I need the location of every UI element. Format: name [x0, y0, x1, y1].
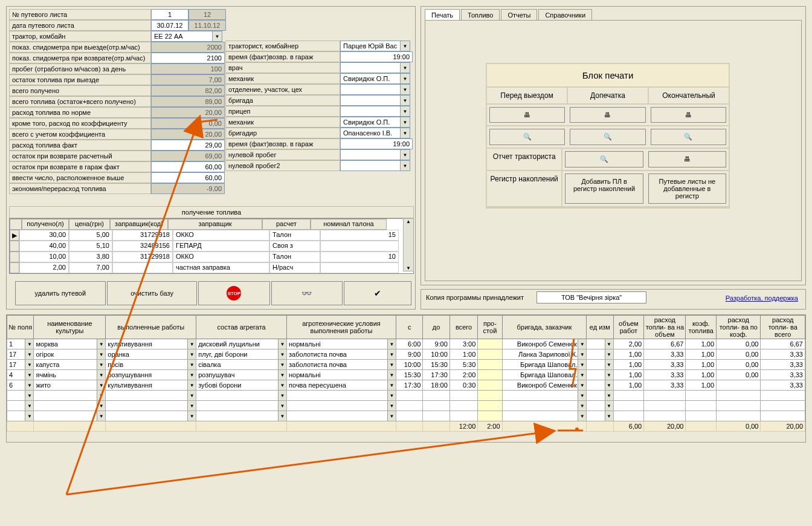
- chevron-down-icon[interactable]: ▼: [578, 401, 586, 411]
- field-value[interactable]: 19:00: [340, 51, 413, 62]
- chevron-down-icon[interactable]: ▼: [578, 349, 586, 359]
- chevron-down-icon[interactable]: ▼: [605, 339, 613, 349]
- fuel-header[interactable]: получено(л): [22, 219, 69, 230]
- chevron-down-icon[interactable]: ▼: [25, 401, 33, 411]
- work-row[interactable]: ▼▼▼▼▼▼▼: [7, 401, 805, 411]
- chevron-down-icon[interactable]: ▼: [25, 339, 33, 349]
- chevron-down-icon[interactable]: ▼: [387, 349, 396, 359]
- print-before-button[interactable]: 🖶: [489, 107, 565, 123]
- binoculars-button[interactable]: 👓: [271, 281, 343, 305]
- chevron-down-icon[interactable]: ▼: [387, 339, 396, 349]
- work-header[interactable]: наименование культуры: [34, 316, 106, 339]
- field-select[interactable]: ▼: [340, 149, 410, 160]
- work-header[interactable]: выполненные работы: [106, 316, 196, 339]
- chevron-down-icon[interactable]: ▼: [187, 370, 196, 380]
- tab-Топливо[interactable]: Топливо: [461, 9, 500, 21]
- chevron-down-icon[interactable]: ▼: [578, 339, 586, 349]
- chevron-down-icon[interactable]: ▼: [578, 411, 586, 421]
- work-header[interactable]: агротехнические условия выполнения работ…: [287, 316, 396, 339]
- fuel-row[interactable]: ▶30,005,0031729918ОККОТалон15: [10, 230, 413, 241]
- chevron-down-icon[interactable]: ▼: [187, 349, 196, 359]
- chevron-down-icon[interactable]: ▼: [578, 370, 586, 380]
- fuel-row[interactable]: 40,005,1032489156ГЕПАРДСвоя з: [10, 241, 413, 252]
- work-row[interactable]: ▼▼▼▼▼▼▼: [7, 411, 805, 421]
- chevron-down-icon[interactable]: ▼: [97, 380, 105, 390]
- field-select[interactable]: Парцев Юрій Васи▼: [340, 41, 410, 51]
- chevron-down-icon[interactable]: ▼: [97, 349, 105, 359]
- chevron-down-icon[interactable]: ▼: [578, 380, 586, 390]
- chevron-down-icon[interactable]: ▼: [25, 391, 33, 400]
- chevron-down-icon[interactable]: ▼: [278, 391, 286, 400]
- tractorist-report-preview[interactable]: 🔍: [565, 151, 643, 167]
- chevron-down-icon[interactable]: ▼: [278, 380, 286, 390]
- chevron-down-icon[interactable]: ▼: [25, 349, 33, 359]
- clear-db-button[interactable]: очистить базу: [107, 281, 198, 305]
- chevron-down-icon[interactable]: ▼: [278, 401, 286, 411]
- chevron-down-icon[interactable]: ▼: [278, 411, 286, 421]
- work-row[interactable]: 17▼огірок▼оранка▼плуг, дві борони▼заболо…: [7, 349, 805, 360]
- chevron-down-icon[interactable]: ▼: [187, 391, 196, 400]
- work-row[interactable]: ▼▼▼▼▼▼▼: [7, 391, 805, 401]
- chevron-down-icon[interactable]: ▼: [97, 411, 105, 421]
- field-select[interactable]: Свиридюк О.П.▼: [340, 117, 410, 128]
- tab-Печать[interactable]: Печать: [425, 9, 460, 21]
- chevron-down-icon[interactable]: ▼: [605, 370, 613, 380]
- delete-waybill-button[interactable]: удалить путевой: [15, 281, 106, 305]
- fuel-scrollbar[interactable]: ▲ ▼: [403, 218, 414, 271]
- chevron-down-icon[interactable]: ▼: [187, 360, 196, 369]
- chevron-down-icon[interactable]: ▼: [387, 370, 396, 380]
- field-select[interactable]: Опанасенко І.В.▼: [340, 128, 410, 138]
- chevron-down-icon[interactable]: ▼: [578, 360, 586, 369]
- field-value[interactable]: 60,00: [151, 161, 225, 172]
- ok-button[interactable]: ✔: [344, 281, 411, 305]
- chevron-down-icon[interactable]: ▼: [387, 380, 396, 390]
- field-value[interactable]: 19:00: [340, 138, 413, 149]
- chevron-down-icon[interactable]: ▼: [25, 380, 33, 390]
- work-header[interactable]: с: [396, 316, 422, 339]
- field-value[interactable]: 2100: [151, 53, 225, 63]
- chevron-down-icon[interactable]: ▼: [25, 370, 33, 380]
- work-header[interactable]: про- стой: [478, 316, 502, 339]
- work-header[interactable]: ед изм: [587, 316, 613, 339]
- stop-button[interactable]: STOP: [198, 281, 269, 305]
- chevron-down-icon[interactable]: ▼: [578, 391, 586, 400]
- work-row[interactable]: 4▼ячмінь▼розпушування▼розпушувач▼нормаль…: [7, 370, 805, 380]
- chevron-down-icon[interactable]: ▼: [605, 401, 613, 411]
- work-header[interactable]: коэф. топлива: [686, 316, 717, 339]
- field-value[interactable]: 29,00: [151, 140, 225, 151]
- work-header[interactable]: всего: [450, 316, 478, 339]
- work-header[interactable]: бригада, заказчик: [502, 316, 587, 339]
- work-header[interactable]: объем работ: [613, 316, 644, 339]
- work-header[interactable]: расход топли- ва на объем: [644, 316, 686, 339]
- work-header[interactable]: состав агрегата: [196, 316, 287, 339]
- work-row[interactable]: 17▼капуста▼посів▼сівалка▼заболотиста поч…: [7, 360, 805, 370]
- print-final-button[interactable]: 🖶: [651, 107, 726, 123]
- tab-Справочники[interactable]: Справочники: [538, 9, 592, 21]
- field-select[interactable]: ▼: [340, 106, 410, 117]
- chevron-down-icon[interactable]: ▼: [278, 349, 286, 359]
- field-value[interactable]: 1: [151, 9, 188, 20]
- chevron-down-icon[interactable]: ▼: [605, 411, 613, 421]
- chevron-down-icon[interactable]: ▼: [605, 380, 613, 390]
- not-in-register-button[interactable]: Путевые листы не добавленные в регистр: [648, 174, 726, 204]
- preview-final-button[interactable]: 🔍: [651, 129, 726, 145]
- field-select[interactable]: ▼: [340, 84, 410, 95]
- tab-Отчеты[interactable]: Отчеты: [501, 9, 537, 21]
- chevron-down-icon[interactable]: ▼: [97, 370, 105, 380]
- field-value[interactable]: 30.07.12: [151, 20, 188, 31]
- work-header[interactable]: расход топли- ва всего: [761, 316, 805, 339]
- print-additional-button[interactable]: 🖶: [570, 107, 645, 123]
- chevron-down-icon[interactable]: ▼: [387, 401, 396, 411]
- work-header[interactable]: до: [423, 316, 450, 339]
- preview-before-button[interactable]: 🔍: [489, 129, 565, 145]
- chevron-down-icon[interactable]: ▼: [387, 391, 396, 400]
- work-table[interactable]: № полянаименование культурывыполненные р…: [7, 315, 805, 432]
- chevron-down-icon[interactable]: ▼: [278, 360, 286, 369]
- field-select[interactable]: ▼: [340, 95, 410, 106]
- fuel-header[interactable]: заправщик(код): [110, 219, 168, 230]
- fuel-row[interactable]: 10,003,8031729918ОККОТалон10: [10, 252, 413, 262]
- chevron-down-icon[interactable]: ▼: [97, 391, 105, 400]
- chevron-down-icon[interactable]: ▼: [387, 360, 396, 369]
- work-row[interactable]: 1▼морква▼культивування▼дисковий лущильни…: [7, 339, 805, 349]
- chevron-down-icon[interactable]: ▼: [605, 360, 613, 369]
